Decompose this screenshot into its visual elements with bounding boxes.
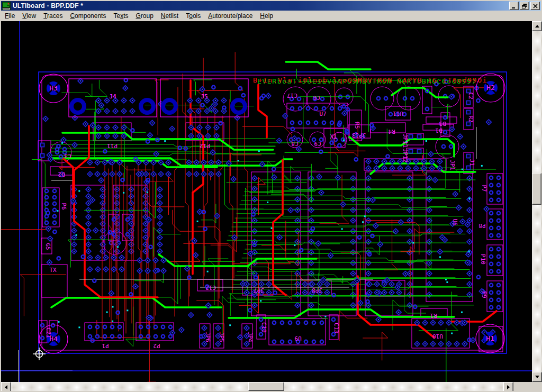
board-label-P11: P11 bbox=[107, 142, 118, 149]
arrow-right-icon bbox=[507, 385, 510, 389]
board-label-R1: R1 bbox=[430, 312, 437, 319]
board-label-C2: C2 bbox=[467, 92, 474, 99]
close-icon bbox=[533, 4, 538, 8]
board-label-P1: P1 bbox=[102, 342, 109, 349]
board-label-JP13: JP13 bbox=[352, 132, 366, 139]
menu-file[interactable]: File bbox=[1, 11, 19, 21]
board-outline bbox=[39, 72, 507, 353]
close-button[interactable] bbox=[530, 2, 540, 10]
board-label-P10: P10 bbox=[480, 254, 486, 265]
menu-netlist[interactable]: Netlist bbox=[157, 11, 182, 21]
board-label-P6: P6 bbox=[60, 203, 67, 209]
board-label-P9: P9 bbox=[481, 291, 487, 298]
menu-texts[interactable]: Texts bbox=[110, 11, 132, 21]
menu-help[interactable]: Help bbox=[256, 11, 277, 21]
board-label-P8: P8 bbox=[478, 222, 485, 229]
scroll-up-button[interactable] bbox=[532, 21, 542, 31]
board-label-C21: C21 bbox=[45, 327, 52, 338]
minimize-icon bbox=[511, 4, 517, 8]
menu-tools[interactable]: Tools bbox=[182, 11, 204, 21]
pcb-layout: H3H2H4H1J4J5P11P12U7R5U11R4D3D1JP13JP11J… bbox=[1, 21, 532, 382]
scroll-down-button[interactable] bbox=[532, 372, 542, 382]
window-title: ULTIboard - BPP.DDF * bbox=[13, 2, 83, 10]
drawing-canvas[interactable]: H3H2H4H1J4J5P11P12U7R5U11R4D3D1JP13JP11J… bbox=[1, 21, 532, 382]
minimize-button[interactable] bbox=[509, 2, 519, 10]
arrow-left-icon bbox=[5, 385, 7, 389]
hole-label-H3: H3 bbox=[49, 84, 58, 92]
board-label-JP11: JP11 bbox=[402, 134, 409, 148]
board-label-JP6: JP6 bbox=[204, 332, 211, 342]
board-label-P7: P7 bbox=[481, 185, 487, 192]
board-label-U9: U9 bbox=[294, 335, 301, 342]
board-label-TX: TX bbox=[49, 267, 57, 274]
board-label-C9: C9 bbox=[314, 140, 321, 147]
vertical-scrollbar[interactable] bbox=[532, 21, 541, 382]
board-label-JP12: JP12 bbox=[402, 149, 409, 163]
menu-group[interactable]: Group bbox=[132, 11, 157, 21]
board-label-P12: P12 bbox=[200, 142, 210, 149]
board-label-D3: D3 bbox=[439, 120, 446, 127]
board-label-JP8: JP8 bbox=[312, 287, 322, 294]
menu-autoroute-place[interactable]: Autoroute/place bbox=[204, 11, 256, 21]
board-label-J1: J1 bbox=[468, 159, 475, 166]
board-label-R4: R4 bbox=[388, 128, 395, 135]
board-label-JP4: JP4 bbox=[247, 332, 254, 342]
board-label-JP5: JP5 bbox=[218, 332, 225, 342]
board-label-JP7: JP7 bbox=[254, 287, 264, 294]
board-label-G5: G5 bbox=[44, 243, 51, 250]
board-label-C17: C17 bbox=[287, 92, 297, 99]
board-label-U6: U6 bbox=[451, 218, 458, 225]
board-label-X1: X1 bbox=[330, 133, 337, 140]
arrow-up-icon bbox=[535, 25, 539, 28]
title-bar[interactable]: ULTIboard - BPP.DDF * bbox=[1, 1, 541, 11]
window-controls bbox=[509, 2, 541, 10]
menu-traces[interactable]: Traces bbox=[40, 11, 66, 21]
menu-bar[interactable]: FileViewTracesComponentsTextsGroupNetlis… bbox=[1, 11, 541, 21]
board-label-C12: C12 bbox=[205, 284, 216, 291]
horizontal-scroll-thumb[interactable] bbox=[248, 382, 284, 391]
connector-label-J4: J4 bbox=[109, 93, 116, 100]
board-title-red: B+In.Vln.i0lnob.lqoQ9MBVTRON CAPYB.IG-IT… bbox=[253, 76, 487, 84]
app-icon bbox=[2, 2, 11, 10]
board-label-D1: D1 bbox=[435, 127, 442, 134]
connector-label-J5: J5 bbox=[201, 93, 207, 100]
hole-label-H2: H2 bbox=[486, 84, 495, 92]
hole-label-H1: H1 bbox=[486, 334, 494, 342]
menu-view[interactable]: View bbox=[19, 11, 40, 21]
board-label-R5: R5 bbox=[354, 122, 360, 129]
restore-button[interactable] bbox=[520, 2, 529, 10]
board-label-JP1: JP1 bbox=[449, 160, 456, 170]
board-label-C6: C6 bbox=[313, 94, 320, 101]
horizontal-scroll-track[interactable] bbox=[11, 382, 503, 391]
vertical-scroll-thumb[interactable] bbox=[532, 173, 541, 205]
board-label-C19: C19 bbox=[260, 322, 267, 333]
board-label-U10: U10 bbox=[432, 333, 443, 340]
board-label-U11: U11 bbox=[393, 110, 403, 117]
board-label-C8: C8 bbox=[291, 140, 298, 147]
arrow-down-icon bbox=[535, 376, 539, 378]
menu-components[interactable]: Components bbox=[66, 11, 110, 21]
board-label-U7: U7 bbox=[319, 111, 326, 117]
restore-icon bbox=[522, 4, 527, 8]
vertical-scroll-track[interactable] bbox=[532, 31, 541, 372]
board-label-D2: D2 bbox=[58, 171, 65, 178]
horizontal-scrollbar[interactable] bbox=[1, 382, 513, 391]
ultiboard-window: ULTIboard - BPP.DDF * FileViewTracesComp… bbox=[0, 0, 542, 392]
board-label-R2: R2 bbox=[467, 115, 474, 122]
board-label-C13: C13 bbox=[333, 323, 340, 333]
board-label-C3: C3 bbox=[64, 152, 71, 159]
board-label-P2: P2 bbox=[153, 342, 160, 349]
